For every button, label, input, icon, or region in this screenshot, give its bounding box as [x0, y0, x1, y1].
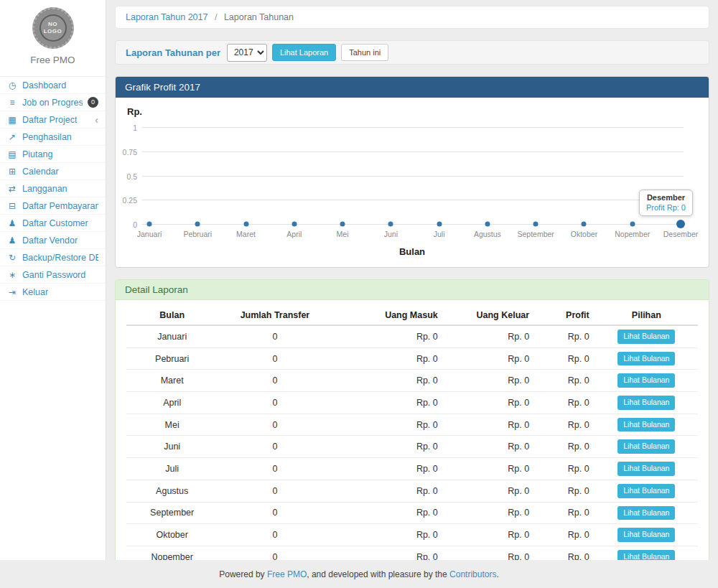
- cell-profit: Rp. 0: [535, 370, 595, 392]
- cell-action: Lihat Bulanan: [595, 347, 698, 370]
- receivable-icon: ▤: [7, 149, 17, 159]
- sidebar-item-daftar-project[interactable]: ▦Daftar Project‹: [0, 111, 106, 129]
- dashboard-icon: ◷: [7, 80, 17, 90]
- chart-point-juni[interactable]: [388, 222, 393, 227]
- x-axis-title: Bulan: [126, 246, 698, 257]
- table-row: September0Rp. 0Rp. 0Rp. 0Lihat Bulanan: [126, 502, 698, 524]
- cell-profit: Rp. 0: [535, 502, 595, 524]
- payments-icon: ⊟: [7, 201, 17, 211]
- cell-action: Lihat Bulanan: [595, 436, 698, 458]
- chart-point-nopember[interactable]: [630, 222, 635, 227]
- year-select[interactable]: 2017: [227, 44, 267, 62]
- table-row: Pebruari0Rp. 0Rp. 0Rp. 0Lihat Bulanan: [126, 347, 698, 370]
- sidebar-item-keluar[interactable]: ⇥Keluar: [0, 284, 106, 301]
- cell-transfers: 0: [218, 480, 332, 502]
- table-row: Juni0Rp. 0Rp. 0Rp. 0Lihat Bulanan: [126, 436, 698, 458]
- cell-in: Rp. 0: [332, 414, 444, 436]
- cell-action: Lihat Bulanan: [595, 458, 698, 480]
- sidebar-item-label: Penghasilan: [22, 132, 72, 142]
- income-chart-icon: ↗: [7, 132, 17, 142]
- lihat-bulanan-button[interactable]: Lihat Bulanan: [617, 550, 675, 560]
- lihat-bulanan-button[interactable]: Lihat Bulanan: [617, 484, 675, 498]
- chart-point-januari[interactable]: [147, 222, 152, 227]
- lihat-bulanan-button[interactable]: Lihat Bulanan: [617, 396, 675, 410]
- cell-transfers: 0: [218, 436, 332, 458]
- column-header-uang-keluar: Uang Keluar: [444, 306, 535, 325]
- cell-out: Rp. 0: [444, 347, 535, 370]
- cell-in: Rp. 0: [332, 458, 444, 480]
- sidebar-item-job-on-progress[interactable]: ≡Job on Progress0: [0, 94, 106, 111]
- cell-month: Agustus: [126, 480, 218, 502]
- sidebar-item-daftar-vendor[interactable]: ♟Daftar Vendor: [0, 232, 106, 249]
- chart-point-agustus[interactable]: [485, 222, 490, 227]
- lihat-laporan-button[interactable]: Lihat Laporan: [272, 44, 336, 61]
- cell-out: Rp. 0: [444, 546, 535, 560]
- lihat-bulanan-button[interactable]: Lihat Bulanan: [617, 373, 675, 388]
- cell-month: Juni: [126, 436, 218, 458]
- chart-point-september[interactable]: [533, 222, 538, 227]
- cell-profit: Rp. 0: [535, 524, 595, 546]
- cell-action: Lihat Bulanan: [595, 502, 698, 524]
- cell-in: Rp. 0: [332, 347, 444, 370]
- profit-chart-panel: Grafik Profit 2017 Rp. Desember Profit R…: [115, 76, 709, 268]
- logout-icon: ⇥: [7, 287, 17, 297]
- chart-point-juli[interactable]: [437, 222, 442, 227]
- x-tick-label: Agustus: [474, 230, 501, 238]
- gridline: 1: [142, 127, 684, 128]
- cell-profit: Rp. 0: [535, 347, 595, 370]
- breadcrumb-link-laporan-tahun[interactable]: Laporan Tahun 2017: [126, 12, 208, 22]
- table-row: April0Rp. 0Rp. 0Rp. 0Lihat Bulanan: [126, 392, 698, 414]
- sidebar-item-label: Job on Progress: [22, 98, 83, 108]
- sidebar-item-penghasilan[interactable]: ↗Penghasilan: [0, 129, 106, 146]
- sidebar-item-langganan[interactable]: ⇄Langganan: [0, 180, 106, 197]
- table-row: Maret0Rp. 0Rp. 0Rp. 0Lihat Bulanan: [126, 370, 698, 392]
- footer-text-middle: , and developed with pleasure by the: [307, 569, 449, 579]
- cell-out: Rp. 0: [444, 325, 535, 347]
- tahun-ini-button[interactable]: Tahun ini: [341, 44, 388, 61]
- lihat-bulanan-button[interactable]: Lihat Bulanan: [617, 330, 675, 344]
- lihat-bulanan-button[interactable]: Lihat Bulanan: [617, 418, 675, 432]
- sidebar-item-daftar-pembayaran[interactable]: ⊟Daftar Pembayaran: [0, 197, 106, 215]
- sidebar-item-dashboard[interactable]: ◷Dashboard: [0, 77, 106, 94]
- y-tick-label: 0: [133, 220, 137, 229]
- footer-link-freepmo[interactable]: Free PMO: [267, 569, 307, 579]
- subscription-icon: ⇄: [7, 184, 17, 194]
- project-table-icon: ▦: [7, 115, 17, 125]
- tooltip-title: Desember: [646, 193, 686, 202]
- x-tick-label: Mei: [337, 230, 349, 238]
- chart-point-maret[interactable]: [243, 222, 248, 227]
- lihat-bulanan-button[interactable]: Lihat Bulanan: [617, 439, 675, 454]
- password-lock-icon: ∗: [7, 270, 17, 280]
- sidebar-item-ganti-password[interactable]: ∗Ganti Password: [0, 266, 106, 284]
- sidebar-item-daftar-customer[interactable]: ♟Daftar Customer: [0, 215, 106, 232]
- sidebar-item-calendar[interactable]: ⊞Calendar: [0, 163, 106, 180]
- chart-point-pebruari[interactable]: [195, 222, 200, 227]
- x-tick-label: Januari: [137, 230, 162, 238]
- x-tick-label: Juni: [384, 230, 398, 238]
- gridline: 0.25: [142, 200, 684, 200]
- chart-plot-area: Desember Profit Rp: 0 10.750.50.250: [142, 127, 684, 224]
- chart-point-desember[interactable]: [676, 220, 685, 228]
- lihat-bulanan-button[interactable]: Lihat Bulanan: [617, 506, 675, 521]
- cell-profit: Rp. 0: [535, 458, 595, 480]
- cell-action: Lihat Bulanan: [595, 392, 698, 414]
- chart-point-april[interactable]: [292, 222, 297, 227]
- x-tick-label: Maret: [236, 230, 256, 238]
- cell-out: Rp. 0: [444, 370, 535, 392]
- lihat-bulanan-button[interactable]: Lihat Bulanan: [617, 352, 675, 366]
- cell-in: Rp. 0: [332, 546, 444, 560]
- lihat-bulanan-button[interactable]: Lihat Bulanan: [617, 462, 675, 476]
- table-row: Oktober0Rp. 0Rp. 0Rp. 0Lihat Bulanan: [126, 524, 698, 546]
- lihat-bulanan-button[interactable]: Lihat Bulanan: [617, 528, 675, 542]
- gridline: 0.75: [142, 151, 684, 152]
- chart-point-oktober[interactable]: [582, 222, 587, 227]
- sidebar-item-piutang[interactable]: ▤Piutang: [0, 146, 106, 163]
- footer-link-contributors[interactable]: Contributors: [449, 569, 496, 579]
- sidebar-item-label: Daftar Project: [22, 115, 77, 125]
- chart-point-mei[interactable]: [340, 222, 345, 227]
- y-tick-label: 1: [133, 123, 137, 132]
- sidebar-item-label: Dashboard: [22, 80, 66, 90]
- sidebar-item-backup-restore-db[interactable]: ↻Backup/Restore DB: [0, 249, 106, 266]
- x-tick-label: Nopember: [615, 230, 650, 238]
- tasks-icon: ≡: [7, 98, 17, 108]
